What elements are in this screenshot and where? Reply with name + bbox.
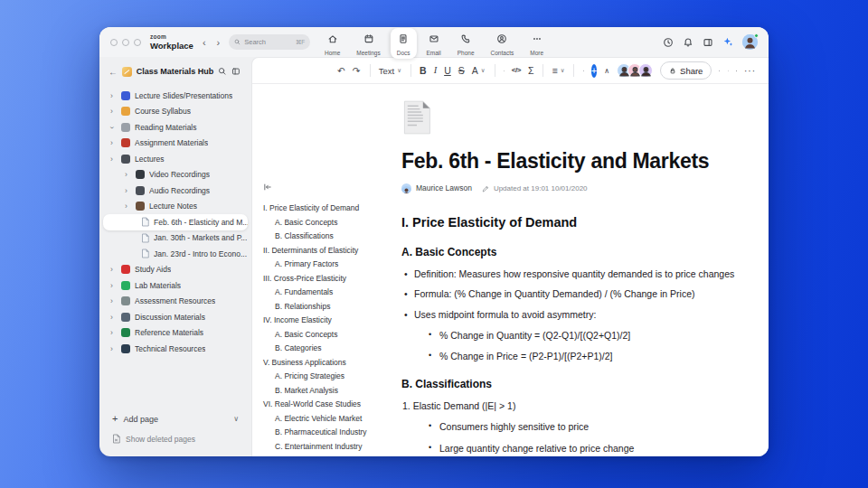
globe-icon[interactable] [736, 66, 737, 76]
outline-item[interactable]: A. Basic Concepts [263, 330, 401, 339]
outline-item[interactable]: C. Entertainment Industry [263, 442, 401, 451]
bell-icon[interactable] [683, 37, 693, 48]
outline-item[interactable]: A. Pricing Strategies [263, 371, 401, 380]
sidebar-item-technical-resources[interactable]: Technical Resources [103, 341, 248, 357]
chevron-icon[interactable] [110, 282, 117, 290]
sidebar-item-lecture-notes[interactable]: Lecture Notes [103, 199, 248, 215]
user-avatar[interactable] [742, 34, 758, 50]
chevron-icon[interactable] [110, 329, 117, 337]
doc-block[interactable]: Large quantity change relative to price … [401, 443, 763, 455]
sidebar-item-video-recordings[interactable]: Video Recordings [103, 167, 248, 183]
chevron-icon[interactable] [110, 345, 117, 353]
comment-icon[interactable] [583, 66, 584, 76]
chevron-icon[interactable] [125, 187, 131, 195]
insert-plus-button[interactable]: + [591, 64, 597, 78]
global-search-input[interactable]: Search ⌘F [229, 34, 310, 50]
outline-item[interactable]: A. Fundamentals [263, 287, 401, 296]
chevron-icon[interactable] [125, 171, 131, 179]
sidebar-item-lectures[interactable]: Lectures [103, 151, 248, 167]
undo-icon[interactable]: ↶ [337, 66, 345, 76]
sidebar-search-icon[interactable] [218, 67, 227, 76]
outline-item[interactable]: B. Classifications [263, 231, 401, 240]
outline-item[interactable]: IV. Income Elasticity [263, 315, 401, 324]
outline-item[interactable]: III. Cross-Price Elasticity [263, 274, 401, 283]
outline-collapse-icon[interactable] [263, 179, 401, 195]
tab-email[interactable]: Email [420, 28, 448, 59]
sidebar-item-lab-materials[interactable]: Lab Materials [103, 277, 248, 294]
formula-icon[interactable]: Σ [528, 66, 534, 76]
outline-item[interactable]: B. Relationships [263, 302, 401, 311]
history-icon[interactable] [663, 37, 674, 48]
window-controls[interactable] [110, 39, 141, 46]
sidebar-item-jan-30th[interactable]: Jan. 30th - Markets and P... [103, 230, 248, 247]
collapse-toolbar-icon[interactable]: ∧ [604, 67, 609, 75]
sidebar-item-study-aids[interactable]: Study Aids [103, 262, 248, 278]
chevron-icon[interactable] [110, 155, 117, 164]
show-deleted-pages-button[interactable]: Show deleted pages [112, 434, 239, 444]
sidebar-item-jan-23rd[interactable]: Jan. 23rd - Intro to Econo... [103, 246, 248, 262]
tab-meetings[interactable]: Meetings [350, 28, 386, 59]
tab-more[interactable]: More [524, 28, 550, 59]
video-camera-icon[interactable] [719, 66, 720, 76]
ai-companion-icon[interactable] [722, 34, 733, 51]
text-color-dropdown[interactable]: A∨ [472, 66, 486, 76]
doc-block[interactable]: % Change in Price = (P2-P1)/[(P2+P1)/2] [401, 351, 763, 362]
sidebar-item-reading-materials[interactable]: Reading Materials [103, 119, 248, 136]
list-align-dropdown[interactable]: ≡∨ [552, 66, 565, 76]
chevron-down-icon[interactable]: ∨ [233, 415, 239, 423]
minimize-button[interactable] [122, 39, 129, 46]
sidebar-item-reference-materials[interactable]: Reference Materials [103, 325, 248, 342]
chevron-icon[interactable] [110, 314, 117, 322]
tab-phone[interactable]: Phone [451, 28, 481, 59]
outline-item[interactable]: A. Electric Vehicle Market [263, 414, 401, 423]
collaborator-avatar[interactable] [638, 63, 653, 78]
bold-button[interactable]: B [420, 66, 427, 76]
doc-block[interactable]: 1. Elastic Demand (|E| > 1) [401, 400, 763, 412]
text-style-dropdown[interactable]: Text∨ [379, 66, 401, 76]
outline-item[interactable]: VII. Practical Calculations [263, 455, 401, 456]
chevron-icon[interactable] [110, 266, 117, 274]
chevron-icon[interactable] [110, 92, 117, 100]
close-button[interactable] [110, 39, 118, 46]
collaborator-avatars[interactable] [617, 63, 653, 78]
chevron-icon[interactable] [110, 139, 117, 147]
sidebar-back-icon[interactable]: ← [108, 67, 118, 77]
doc-block[interactable]: Uses midpoint formula to avoid asymmetry… [401, 309, 763, 321]
tab-contacts[interactable]: Contacts [485, 28, 521, 59]
sidebar-item-lecture-slides[interactable]: Lecture Slides/Presentations [103, 88, 248, 104]
sidebar-item-assignment-materials[interactable]: Assignment Materials [103, 136, 248, 152]
sidebar-item-assessment-resources[interactable]: Assessment Resources [103, 294, 248, 310]
link-icon[interactable] [504, 66, 505, 76]
sidebar-panel-icon[interactable] [231, 67, 241, 76]
underline-button[interactable]: U [444, 66, 451, 76]
add-page-button[interactable]: + Add page ∨ [112, 414, 239, 424]
nav-back-button[interactable]: ‹ [203, 37, 206, 48]
doc-block[interactable]: % Change in Quantity = (Q2-Q1)/[(Q2+Q1)/… [401, 330, 763, 342]
chat-icon[interactable] [728, 66, 729, 76]
redo-icon[interactable]: ↷ [353, 66, 361, 76]
doc-block[interactable]: Consumers highly sensitive to price [401, 421, 763, 433]
outline-item[interactable]: A. Primary Factors [263, 259, 401, 268]
panel-icon[interactable] [703, 37, 713, 48]
chevron-icon[interactable] [125, 202, 131, 211]
doc-block[interactable]: I. Price Elasticity of Demand [401, 214, 763, 230]
outline-item[interactable]: VI. Real-World Case Studies [263, 399, 401, 408]
outline-item[interactable]: V. Business Applications [263, 358, 401, 367]
sidebar-item-discussion-materials[interactable]: Discussion Materials [103, 309, 248, 325]
tab-docs[interactable]: Docs [391, 28, 417, 59]
doc-block[interactable]: Definition: Measures how responsive quan… [401, 268, 763, 280]
doc-block[interactable]: B. Classifications [401, 378, 763, 391]
more-options-icon[interactable]: ··· [744, 66, 756, 76]
outline-item[interactable]: B. Market Analysis [263, 386, 401, 395]
doc-block[interactable]: A. Basic Concepts [401, 246, 763, 259]
share-button[interactable]: Share [660, 61, 712, 80]
sidebar-item-audio-recordings[interactable]: Audio Recordings [103, 183, 248, 199]
code-icon[interactable]: </> [512, 67, 521, 74]
sidebar-item-course-syllabus[interactable]: Course Syllabus [103, 104, 248, 120]
outline-item[interactable]: B. Categories [263, 343, 401, 352]
outline-item[interactable]: II. Determinants of Elasticity [263, 246, 401, 255]
chevron-icon[interactable] [110, 297, 117, 305]
nav-forward-button[interactable]: › [217, 37, 221, 48]
tab-home[interactable]: Home [318, 28, 346, 59]
strikethrough-button[interactable]: S [458, 66, 465, 76]
